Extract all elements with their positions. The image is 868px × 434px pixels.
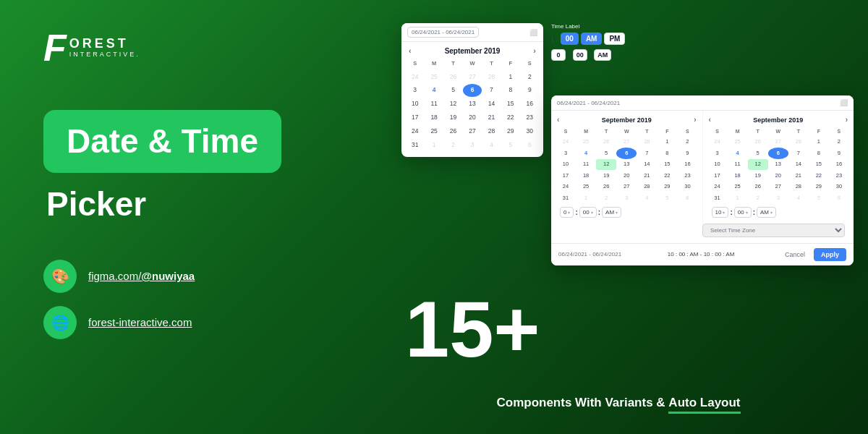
cal-cell[interactable]: 4 [425,84,443,97]
cal-cell[interactable]: 10 [406,98,424,111]
dcal-cell2[interactable]: 13 [768,159,788,171]
dcal-cell2[interactable]: 4 [788,192,809,204]
timezone-select[interactable]: Select Time Zone [702,224,845,237]
dcal-cell2[interactable]: 8 [809,148,829,159]
cal-cell[interactable]: 7 [482,84,501,97]
dcal-cell[interactable]: 18 [576,170,596,182]
dcal-cell[interactable]: 11 [576,159,596,171]
dcal-cell2[interactable]: 17 [707,170,728,182]
dcal-cell2[interactable]: 19 [748,170,768,182]
dcal-cell2[interactable]: 1 [728,192,748,204]
dcal-cell2[interactable]: 28 [788,137,809,148]
dcal-cell[interactable]: 7 [637,148,657,159]
cal-cell[interactable]: 25 [425,125,443,138]
dcal-cell[interactable]: 17 [556,170,576,182]
dcal-cell[interactable]: 3 [556,148,576,159]
cal-single-next-btn[interactable]: › [533,46,536,55]
dcal-cell-today[interactable]: 6 [616,148,637,159]
cal-cell[interactable]: 28 [482,71,501,84]
dcal-cell[interactable]: 25 [576,137,596,148]
cal-cell[interactable]: 24 [406,125,424,138]
dcal-cell[interactable]: 4 [637,192,657,204]
dcal-cell2[interactable]: 28 [788,182,809,193]
dcal-cell[interactable]: 26 [596,137,616,148]
dcal-cell[interactable]: 27 [616,137,637,148]
dcal-cell[interactable]: 28 [637,137,657,148]
dcal-cell[interactable]: 2 [677,137,697,148]
dcal-cell2[interactable]: 29 [809,182,829,193]
dcal-cell2[interactable]: 2 [748,192,768,204]
dcal-next-btn-2[interactable]: › [846,116,848,124]
cal-cell[interactable]: 20 [463,111,481,124]
dcal-cell[interactable]: 24 [556,182,576,193]
dcal-cell2[interactable]: 27 [768,137,788,148]
dcal-time-hour-2[interactable]: 10 ▾ [712,207,729,218]
dcal-cell[interactable]: 16 [677,159,697,171]
dcal-cell[interactable]: 31 [556,192,576,204]
dcal-cell2[interactable]: 14 [788,159,809,171]
cal-cell[interactable]: 17 [406,111,424,124]
cal-cell[interactable]: 21 [482,111,501,124]
dcal-cell2[interactable]: 25 [728,137,748,148]
dcal-cell[interactable]: 26 [596,182,616,193]
time-box-am[interactable]: AM [581,33,603,45]
cal-cell[interactable]: 13 [463,98,481,111]
cal-cell[interactable]: 28 [482,125,501,138]
cal-single-date-input[interactable]: 06/24/2021 - 06/24/2021 [407,27,479,38]
dcal-cell2[interactable]: 26 [748,182,768,193]
dcal-cell2[interactable]: 9 [829,148,849,159]
dcal-cell[interactable]: 4 [576,148,596,159]
time-box-pm[interactable]: PM [604,33,625,45]
dcal-cell2[interactable]: 24 [707,182,728,193]
dcal-cell[interactable]: 13 [616,159,637,171]
cal-cell[interactable]: 18 [425,111,443,124]
dcal-cell2[interactable]: 7 [788,148,809,159]
dcal-time-ampm-2[interactable]: AM ▾ [757,207,776,218]
dcal-cell[interactable]: 30 [677,182,697,193]
dcal-cell[interactable]: 24 [556,137,576,148]
cal-cell[interactable]: 3 [463,139,481,152]
dcal-cell2[interactable]: 23 [829,170,849,182]
cal-cell[interactable]: 27 [463,71,481,84]
dcal-cell2[interactable]: 30 [829,182,849,193]
cal-cell[interactable]: 19 [444,111,462,124]
cal-cell[interactable]: 24 [406,71,424,84]
cal-cell[interactable]: 1 [425,139,443,152]
dcal-cell2[interactable]: 6 [829,192,849,204]
dcal-cell[interactable]: 2 [596,192,616,204]
dcal-cell2[interactable]: 2 [829,137,849,148]
dcal-time-min-1[interactable]: 00 ▾ [579,207,597,218]
cal-single-prev-btn[interactable]: ‹ [409,46,412,55]
cal-cell[interactable]: 9 [521,84,539,97]
dcal-cell[interactable]: 8 [657,148,677,159]
dcal-cell2[interactable]: 16 [829,159,849,171]
dcal-cell[interactable]: 3 [616,192,637,204]
dcal-cell2[interactable]: 21 [788,170,809,182]
dcal-cell2[interactable]: 4 [728,148,748,159]
dcal-cell[interactable]: 6 [677,192,697,204]
dcal-cell[interactable]: 1 [576,192,596,204]
dcal-cell2[interactable]: 26 [748,137,768,148]
cal-cell[interactable]: 29 [501,125,519,138]
dcal-cell[interactable]: 5 [657,192,677,204]
time-box-am-2[interactable]: AM [594,49,611,61]
cal-cell[interactable]: 27 [463,125,481,138]
cal-cell[interactable]: 4 [482,139,501,152]
dcal-cell[interactable]: 9 [677,148,697,159]
cal-cell[interactable]: 5 [501,139,519,152]
dcal-cell[interactable]: 21 [637,170,657,182]
dcal-time-hour-1[interactable]: 0 ▾ [560,207,574,218]
cal-cell[interactable]: 15 [501,98,519,111]
dcal-time-min-2[interactable]: 00 ▾ [734,207,752,218]
cal-cell[interactable]: 23 [521,111,539,124]
dcal-cell[interactable]: 22 [657,170,677,182]
dcal-cell[interactable]: 5 [596,148,616,159]
dcal-cell[interactable]: 28 [637,182,657,193]
dcal-cell[interactable]: 15 [657,159,677,171]
cal-cell[interactable]: 14 [482,98,501,111]
figma-link-item[interactable]: 🎨 figma.com/@nuwiyaa [43,260,391,293]
dcal-cell2[interactable]: 3 [768,192,788,204]
dcal-cell2[interactable]: 18 [728,170,748,182]
dcal-cell[interactable]: 10 [556,159,576,171]
dcal-cell[interactable]: 12 [596,159,616,171]
